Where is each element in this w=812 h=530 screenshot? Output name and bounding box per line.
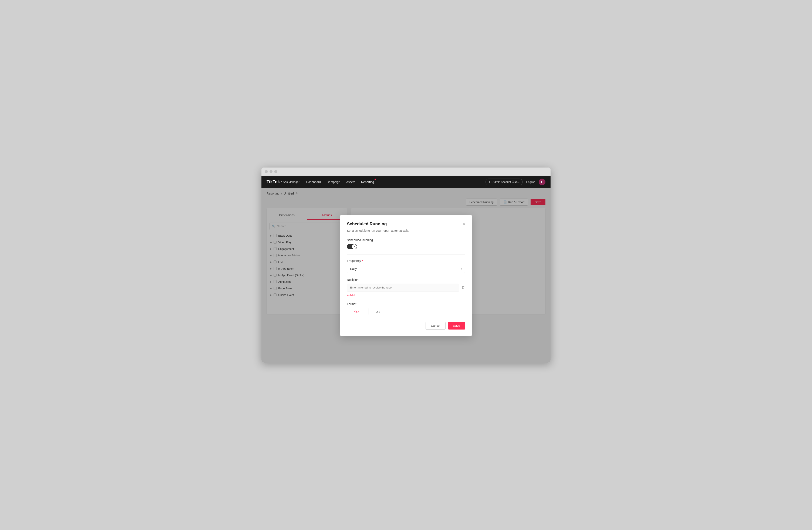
scheduled-running-toggle[interactable]: ✓: [347, 244, 357, 249]
delete-icon[interactable]: 🗑: [462, 286, 465, 289]
maximize-traffic-light[interactable]: [274, 170, 277, 173]
modal-footer: Cancel Save: [347, 322, 465, 330]
toggle-knob: ✓: [352, 244, 357, 249]
recipient-label: Recipient: [347, 278, 465, 282]
frequency-section: Frequency • Daily ▾: [347, 259, 465, 273]
scheduled-running-modal: Scheduled Running × Set a schedule to ru…: [340, 215, 472, 336]
modal-header: Scheduled Running ×: [347, 221, 465, 226]
close-traffic-light[interactable]: [265, 170, 268, 173]
page-area: Reporting / Untitled ✎ Scheduled Running…: [261, 188, 551, 363]
nav-right: TT Admin Account·国际... English F: [485, 178, 546, 185]
modal-description: Set a schedule to run your report automa…: [347, 229, 465, 232]
nav-assets[interactable]: Assets: [346, 180, 355, 185]
frequency-label: Frequency •: [347, 259, 465, 263]
logo: TikTok: Ads Manager: [266, 180, 300, 184]
toggle-container: ✓: [347, 244, 465, 249]
nav-reporting-dot: [375, 178, 376, 180]
add-recipient-button[interactable]: + Add: [347, 293, 354, 297]
scheduled-running-section: Scheduled Running ✓: [347, 238, 465, 249]
modal-title: Scheduled Running: [347, 221, 387, 226]
logo-subtitle: Ads Manager: [283, 180, 299, 184]
required-indicator: •: [362, 259, 363, 263]
avatar[interactable]: F: [539, 178, 546, 185]
recipient-section: Recipient 🗑 + Add: [347, 278, 465, 297]
language-button[interactable]: English: [526, 180, 535, 184]
frequency-select[interactable]: Daily ▾: [347, 265, 465, 273]
modal-overlay[interactable]: Scheduled Running × Set a schedule to ru…: [261, 188, 551, 363]
nav-campaign[interactable]: Campaign: [327, 180, 340, 185]
email-input[interactable]: [347, 284, 459, 291]
browser-chrome: [261, 168, 551, 176]
format-section: Format xlsx csv: [347, 302, 465, 315]
close-icon[interactable]: ×: [463, 222, 465, 226]
minimize-traffic-light[interactable]: [270, 170, 273, 173]
logo-text: TikTok: [266, 180, 280, 184]
nav-items: Dashboard Campaign Assets Reporting: [306, 180, 479, 185]
cancel-button[interactable]: Cancel: [425, 322, 446, 330]
chevron-down-icon: ▾: [461, 268, 462, 270]
nav-reporting[interactable]: Reporting: [361, 180, 374, 185]
format-buttons: xlsx csv: [347, 308, 465, 315]
top-nav: TikTok: Ads Manager Dashboard Campaign A…: [261, 176, 551, 188]
toggle-check-icon: ✓: [353, 245, 355, 248]
nav-dashboard[interactable]: Dashboard: [306, 180, 321, 185]
frequency-value: Daily: [350, 267, 357, 271]
scheduled-running-label: Scheduled Running: [347, 238, 465, 242]
format-xlsx-button[interactable]: xlsx: [347, 308, 366, 315]
account-button[interactable]: TT Admin Account·国际...: [485, 178, 523, 185]
format-label: Format: [347, 302, 465, 306]
format-csv-button[interactable]: csv: [368, 308, 387, 315]
modal-save-button[interactable]: Save: [448, 322, 465, 330]
email-row: 🗑: [347, 284, 465, 291]
browser-window: TikTok: Ads Manager Dashboard Campaign A…: [261, 168, 551, 363]
